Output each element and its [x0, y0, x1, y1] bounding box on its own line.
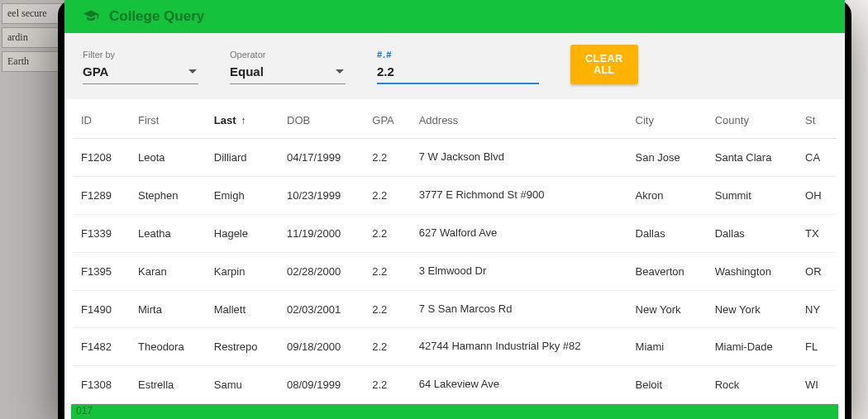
table-header: IDFirstLast ↑DOBGPAAddressCityCountySt — [73, 99, 837, 139]
cell-city: New York — [627, 290, 707, 328]
cell-last: Samu — [206, 366, 279, 404]
laptop-frame: College Query Filter by GPA Operator Equ… — [58, 0, 851, 419]
cell-gpa: 2.2 — [364, 252, 410, 290]
cell-first: Leatha — [130, 214, 206, 252]
page-title: College Query — [109, 8, 204, 25]
cell-county: Rock — [707, 366, 797, 404]
table-body: F1208LeotaDilliard04/17/19992.27 W Jacks… — [73, 139, 837, 404]
cell-city: Dallas — [627, 214, 707, 252]
cell-city: Beaverton — [627, 252, 707, 290]
cell-id: F1395 — [73, 252, 130, 290]
column-header[interactable]: Last ↑ — [206, 99, 279, 139]
value-input[interactable] — [377, 61, 539, 84]
top-bar: College Query — [64, 0, 845, 33]
cell-id: F1208 — [73, 139, 130, 177]
filter-by-field: Filter by GPA — [83, 50, 198, 84]
cell-dob: 11/19/2000 — [279, 214, 364, 252]
cell-id: F1339 — [73, 214, 130, 252]
bottom-bar: 017 — [71, 404, 838, 419]
cell-last: Mallett — [206, 290, 279, 328]
cell-gpa: 2.2 — [364, 214, 410, 252]
cell-address: 7 W Jackson Blvd — [411, 139, 627, 177]
bg-book-spine: Earth — [2, 51, 64, 72]
filter-by-value: GPA — [83, 64, 108, 79]
cell-address: 3 Elmwood Dr — [411, 252, 627, 290]
cell-dob: 04/17/1999 — [279, 139, 364, 177]
cell-id: F1490 — [73, 290, 130, 328]
cell-state: WI — [797, 366, 837, 404]
cell-city: Miami — [627, 328, 707, 366]
cell-dob: 09/18/2000 — [279, 328, 364, 366]
cell-city: Beloit — [627, 366, 707, 404]
operator-select[interactable]: Equal — [230, 61, 346, 84]
results-table-container: IDFirstLast ↑DOBGPAAddressCityCountySt F… — [64, 99, 845, 404]
operator-value: Equal — [230, 64, 264, 79]
cell-city: San Jose — [627, 139, 707, 177]
sort-asc-icon: ↑ — [241, 115, 246, 126]
cell-last: Restrepo — [206, 328, 279, 366]
cell-county: Dallas — [707, 214, 797, 252]
operator-field: Operator Equal — [230, 50, 346, 84]
cell-address: 3777 E Richmond St #900 — [411, 176, 627, 214]
cell-first: Karan — [130, 252, 206, 290]
column-header[interactable]: City — [627, 99, 707, 139]
graduation-cap-icon — [83, 8, 99, 25]
table-row[interactable]: F1289StephenEmigh10/23/19992.23777 E Ric… — [73, 176, 837, 214]
table-row[interactable]: F1490MirtaMallett02/03/20012.27 S San Ma… — [73, 290, 837, 328]
table-row[interactable]: F1482TheodoraRestrepo09/18/20002.242744 … — [73, 328, 837, 366]
table-row[interactable]: F1395KaranKarpin02/28/20002.23 Elmwood D… — [73, 252, 837, 290]
app-screen: College Query Filter by GPA Operator Equ… — [64, 0, 845, 419]
cell-city: Akron — [627, 176, 707, 214]
table-row[interactable]: F1339LeathaHagele11/19/20002.2627 Walfor… — [73, 214, 837, 252]
cell-last: Dilliard — [206, 139, 279, 177]
value-field: #.# — [377, 50, 539, 84]
cell-last: Karpin — [206, 252, 279, 290]
column-header[interactable]: ID — [73, 99, 130, 139]
filter-panel: Filter by GPA Operator Equal #.# CLEAR A… — [64, 33, 845, 99]
cell-dob: 08/09/1999 — [279, 366, 364, 404]
cell-state: FL — [797, 328, 837, 366]
cell-first: Mirta — [130, 290, 206, 328]
clear-all-button[interactable]: CLEAR ALL — [570, 45, 638, 84]
footer-text: 017 — [76, 405, 93, 417]
cell-id: F1308 — [73, 366, 130, 404]
filter-by-select[interactable]: GPA — [83, 61, 198, 84]
bg-book-spine: ardin — [2, 27, 64, 48]
column-header[interactable]: County — [707, 99, 797, 139]
cell-gpa: 2.2 — [364, 139, 410, 177]
bg-book-spine: eel secure — [2, 3, 64, 24]
cell-state: OR — [797, 252, 837, 290]
cell-address: 64 Lakeview Ave — [411, 366, 627, 404]
cell-gpa: 2.2 — [364, 328, 410, 366]
cell-first: Stephen — [130, 176, 206, 214]
cell-gpa: 2.2 — [364, 176, 410, 214]
column-header[interactable]: St — [797, 99, 837, 139]
cell-first: Leota — [130, 139, 206, 177]
table-row[interactable]: F1208LeotaDilliard04/17/19992.27 W Jacks… — [73, 139, 837, 177]
cell-county: Miami-Dade — [707, 328, 797, 366]
cell-gpa: 2.2 — [364, 366, 410, 404]
cell-last: Hagele — [206, 214, 279, 252]
results-table: IDFirstLast ↑DOBGPAAddressCityCountySt F… — [73, 99, 837, 404]
column-header[interactable]: GPA — [364, 99, 410, 139]
cell-address: 7 S San Marcos Rd — [411, 290, 627, 328]
cell-first: Estrella — [130, 366, 206, 404]
table-row[interactable]: F1308EstrellaSamu08/09/19992.264 Lakevie… — [73, 366, 837, 404]
cell-county: Santa Clara — [707, 139, 797, 177]
caret-down-icon — [336, 69, 344, 74]
cell-state: TX — [797, 214, 837, 252]
column-header[interactable]: Address — [411, 99, 627, 139]
column-header[interactable]: DOB — [279, 99, 364, 139]
cell-county: Summit — [707, 176, 797, 214]
cell-first: Theodora — [130, 328, 206, 366]
cell-state: CA — [797, 139, 837, 177]
column-header[interactable]: First — [130, 99, 206, 139]
background-books: eel secure ardin Earth — [0, 0, 66, 419]
value-label: #.# — [377, 50, 539, 60]
cell-dob: 10/23/1999 — [279, 176, 364, 214]
cell-dob: 02/28/2000 — [279, 252, 364, 290]
bg-wine-text: FINE WINE — [865, 41, 868, 178]
cell-dob: 02/03/2001 — [279, 290, 364, 328]
cell-id: F1289 — [73, 176, 130, 214]
cell-gpa: 2.2 — [364, 290, 410, 328]
